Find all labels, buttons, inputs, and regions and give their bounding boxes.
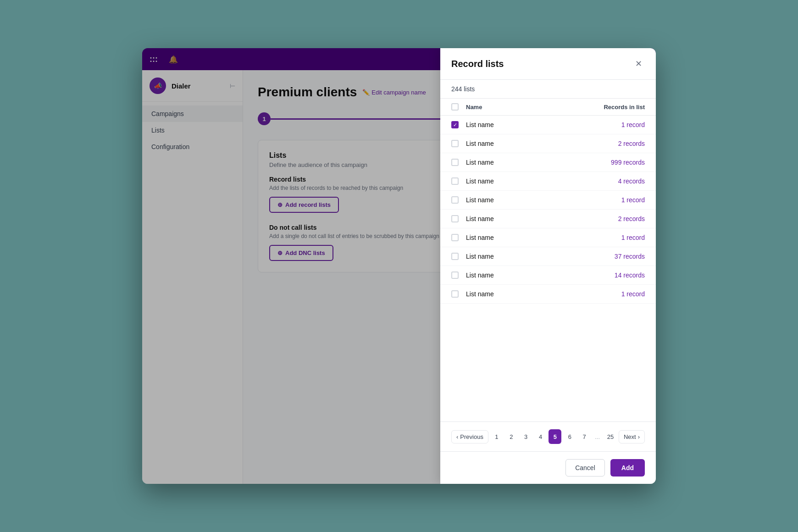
page-3-button[interactable]: 3 (520, 429, 532, 444)
row-1-checkbox[interactable] (451, 140, 459, 147)
row-1-records: 2 records (590, 140, 645, 147)
pagination: ‹ Previous 1 2 3 4 5 6 7 ... 25 Next › (440, 421, 656, 451)
pagination-ellipsis: ... (593, 433, 602, 440)
page-6-button[interactable]: 6 (563, 429, 576, 444)
next-button[interactable]: Next › (619, 430, 645, 443)
row-7-name: List name (466, 253, 590, 260)
table-row: List name 37 records (440, 247, 656, 266)
row-4-name: List name (466, 196, 590, 204)
page-4-button[interactable]: 4 (534, 429, 547, 444)
table-row: List name 2 records (440, 134, 656, 153)
row-4-checkbox[interactable] (451, 196, 459, 204)
row-6-name: List name (466, 234, 590, 241)
row-5-checkbox[interactable] (451, 215, 459, 222)
row-8-name: List name (466, 272, 590, 279)
table-row: List name 1 record (440, 285, 656, 304)
record-lists-modal: Record lists ✕ 244 lists Name Records in… (440, 70, 656, 484)
table-header-row: Name Records in list (440, 99, 656, 116)
page-7-button[interactable]: 7 (578, 429, 591, 444)
add-button[interactable]: Add (610, 459, 645, 477)
row-8-records: 14 records (590, 272, 645, 279)
row-7-records: 37 records (590, 253, 645, 260)
page-5-button[interactable]: 5 (549, 429, 561, 444)
chevron-left-icon: ‹ (456, 433, 458, 440)
row-0-records: 1 record (590, 121, 645, 128)
row-2-name: List name (466, 159, 590, 166)
row-3-checkbox[interactable] (451, 177, 459, 185)
row-3-records: 4 records (590, 177, 645, 185)
table-row: List name 1 record (440, 228, 656, 247)
page-1-button[interactable]: 1 (490, 429, 503, 444)
row-4-records: 1 record (590, 196, 645, 204)
header-records-col: Records in list (590, 104, 645, 111)
row-9-records: 1 record (590, 290, 645, 298)
row-0-check-col (451, 121, 466, 128)
modal-header: Record lists ✕ (440, 70, 656, 80)
row-2-records: 999 records (590, 159, 645, 166)
page-last-button[interactable]: 25 (604, 429, 617, 444)
row-0-name: List name (466, 121, 590, 128)
table-row: List name 1 record (440, 191, 656, 210)
row-9-checkbox[interactable] (451, 290, 459, 298)
cancel-button[interactable]: Cancel (565, 459, 605, 477)
chevron-right-icon: › (638, 433, 640, 440)
table-row: List name 999 records (440, 153, 656, 172)
select-all-checkbox[interactable] (451, 103, 459, 111)
row-2-checkbox[interactable] (451, 159, 459, 166)
row-9-name: List name (466, 290, 590, 298)
row-0-checkbox[interactable] (451, 121, 459, 128)
header-name-col: Name (466, 104, 590, 111)
row-8-checkbox[interactable] (451, 272, 459, 279)
header-checkbox-col (451, 103, 466, 111)
row-3-name: List name (466, 177, 590, 185)
previous-button[interactable]: ‹ Previous (451, 430, 488, 443)
table-row: List name 4 records (440, 172, 656, 191)
table-row: List name 2 records (440, 210, 656, 228)
row-7-checkbox[interactable] (451, 253, 459, 260)
row-6-checkbox[interactable] (451, 234, 459, 241)
modal-table: Name Records in list List name 1 record (440, 99, 656, 421)
modal-subheader: 244 lists (440, 80, 656, 99)
table-row: List name 1 record (440, 116, 656, 134)
row-5-records: 2 records (590, 215, 645, 222)
modal-footer: Cancel Add (440, 451, 656, 484)
table-row: List name 14 records (440, 266, 656, 285)
row-5-name: List name (466, 215, 590, 222)
page-2-button[interactable]: 2 (505, 429, 518, 444)
row-6-records: 1 record (590, 234, 645, 241)
row-1-name: List name (466, 140, 590, 147)
